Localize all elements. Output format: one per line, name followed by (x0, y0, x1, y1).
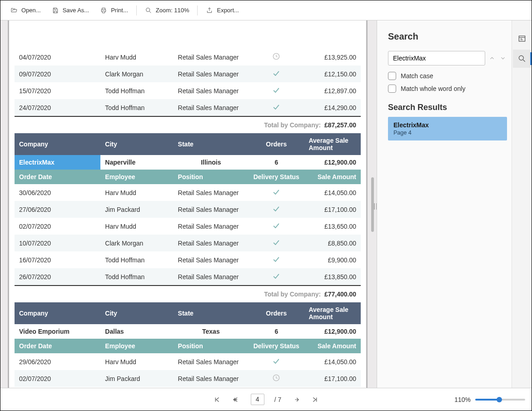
match-whole-label: Match whole word only (401, 85, 465, 92)
save-as-button[interactable]: Save As... (46, 4, 95, 17)
panel-splitter[interactable] (374, 200, 377, 211)
document-viewport[interactable]: 04/07/2020Harv MuddRetail Sales Manager£… (0, 20, 377, 388)
cell-status (249, 218, 304, 235)
table-row: 02/07/2020Jim PackardRetail Sales Manage… (15, 370, 361, 387)
match-case-checkbox[interactable] (388, 72, 396, 80)
zoom-label: Zoom: 110% (156, 7, 189, 14)
cell-pos: Retail Sales Manager (174, 370, 249, 387)
export-icon (206, 7, 213, 14)
col-company: Company (15, 133, 100, 155)
cell-date: 04/07/2020 (15, 49, 100, 65)
zoom-button[interactable]: Zoom: 110% (139, 4, 195, 17)
company-state: Texas (174, 324, 249, 339)
cell-date: 27/06/2020 (15, 201, 100, 218)
company-city: Dallas (100, 324, 173, 339)
first-page-button[interactable] (213, 395, 222, 404)
cell-emp: Clark Morgan (100, 65, 173, 82)
match-whole-checkbox[interactable] (388, 85, 396, 93)
col-orders: Orders (249, 133, 304, 155)
cell-amt: £17,100.00 (304, 201, 361, 218)
table-row: 24/07/2020Todd HoffmanRetail Sales Manag… (15, 99, 361, 116)
total-value: £87,257.00 (324, 121, 356, 129)
match-case-label: Match case (401, 72, 433, 80)
table-row: 30/06/2020Harv MuddRetail Sales Manager£… (15, 184, 361, 201)
last-page-button[interactable] (310, 395, 319, 404)
table-row: 10/07/2020Clark MorganRetail Sales Manag… (15, 235, 361, 251)
col-pos: Position (174, 339, 249, 353)
col-amt: Sale Amount (304, 170, 361, 184)
search-prev-button[interactable] (488, 54, 496, 62)
table-row: 15/07/2020Todd HoffmanRetail Sales Manag… (15, 82, 361, 99)
toolbar-sep (197, 5, 198, 15)
col-state: State (174, 133, 249, 155)
save-icon (52, 7, 59, 14)
company-orders: 6 (249, 324, 304, 339)
cell-emp: Harv Mudd (100, 49, 173, 65)
zoom-slider[interactable] (475, 399, 525, 401)
export-button[interactable]: Export... (200, 4, 244, 17)
col-pos: Position (174, 170, 249, 184)
zoom-percent: 110% (454, 396, 471, 403)
cell-date: 02/07/2020 (15, 218, 100, 235)
toolbar: Open... Save As... Print... Zoom: 110% E… (0, 0, 532, 20)
svg-point-4 (519, 55, 523, 60)
cell-status (249, 65, 304, 82)
total-value: £77,400.00 (324, 291, 356, 298)
col-emp: Employee (100, 339, 173, 353)
col-status: Delivery Status (249, 170, 304, 184)
print-label: Print... (111, 7, 128, 14)
cell-status (249, 353, 304, 370)
check-icon (272, 89, 281, 96)
parameters-icon-button[interactable] (513, 30, 531, 48)
col-company: Company (15, 302, 100, 324)
table-row: 09/07/2020Clark MorganRetail Sales Manag… (15, 65, 361, 82)
cell-emp: Todd Hoffman (100, 99, 173, 116)
print-icon (100, 7, 107, 14)
search-result-item[interactable]: ElectrixMax Page 4 (388, 117, 507, 140)
next-page-button[interactable] (291, 395, 300, 404)
total-label: Total by Company: (264, 121, 321, 129)
table-row: 29/06/2020Harv MuddRetail Sales Manager£… (15, 353, 361, 370)
cell-pos: Retail Sales Manager (174, 268, 249, 286)
zoom-icon (145, 7, 152, 14)
company-name: ElectrixMax (15, 155, 100, 170)
search-next-button[interactable] (499, 54, 507, 62)
print-button[interactable]: Print... (94, 4, 134, 17)
pager: 4 / 7 (0, 394, 532, 405)
table-row: 04/07/2020Harv MuddRetail Sales Manager£… (15, 49, 361, 65)
save-as-label: Save As... (63, 7, 89, 14)
check-icon (272, 275, 281, 282)
check-icon (272, 241, 281, 248)
check-icon (272, 190, 281, 198)
cell-amt: £14,050.00 (304, 353, 361, 370)
cell-amt: £8,850.00 (304, 235, 361, 251)
zoom-slider-thumb[interactable] (497, 397, 502, 402)
main-area: 04/07/2020Harv MuddRetail Sales Manager£… (0, 20, 532, 388)
cell-pos: Retail Sales Manager (174, 82, 249, 99)
cell-date: 10/07/2020 (15, 235, 100, 251)
cell-status (249, 49, 304, 65)
cell-emp: Todd Hoffman (100, 251, 173, 268)
export-label: Export... (217, 7, 239, 14)
page-count: / 7 (274, 396, 282, 403)
page-number-input[interactable]: 4 (251, 394, 264, 405)
prev-page-button[interactable] (232, 395, 241, 404)
table-row: 02/07/2020Harv MuddRetail Sales Manager£… (15, 218, 361, 235)
company-state: Illinois (174, 155, 249, 170)
side-rail (512, 20, 532, 388)
cell-pos: Retail Sales Manager (174, 251, 249, 268)
cell-emp: Todd Hoffman (100, 82, 173, 99)
cell-pos: Retail Sales Manager (174, 201, 249, 218)
total-label: Total by Company: (264, 291, 321, 298)
company-name: Video Emporium (15, 324, 100, 339)
open-button[interactable]: Open... (5, 4, 46, 17)
cell-status (249, 201, 304, 218)
col-status: Delivery Status (249, 339, 304, 353)
cell-emp: Jim Packard (100, 201, 173, 218)
search-icon-button[interactable] (513, 50, 531, 68)
cell-date: 24/07/2020 (15, 99, 100, 116)
report-page: 04/07/2020Harv MuddRetail Sales Manager£… (8, 20, 368, 388)
cell-date: 26/07/2020 (15, 268, 100, 286)
cell-emp: Harv Mudd (100, 184, 173, 201)
search-input[interactable] (388, 51, 485, 65)
